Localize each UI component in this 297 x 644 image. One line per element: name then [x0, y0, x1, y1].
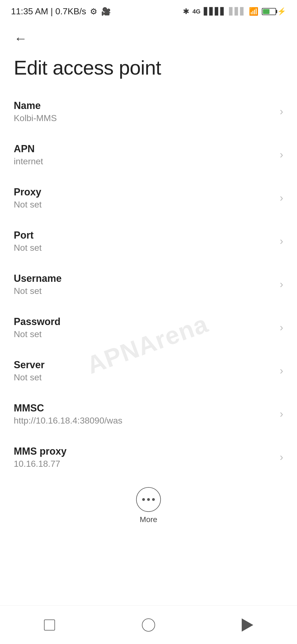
back-arrow-icon: ←	[14, 32, 27, 45]
status-bar: 11:35 AM | 0.7KB/s ⚙ 🎥 ✱ 4G ▋▋▋▋ ▋▋▋ 📶 ⚡	[0, 0, 297, 21]
settings-item-apn-value: internet	[14, 156, 274, 167]
settings-item-name-title: Name	[14, 100, 274, 111]
main-content: Edit access point Name Kolbi-MMS › APN i…	[0, 51, 297, 579]
settings-item-mms-proxy-value: 10.16.18.77	[14, 459, 274, 469]
status-left: 11:35 AM | 0.7KB/s ⚙ 🎥	[11, 6, 111, 17]
page-title: Edit access point	[0, 51, 297, 90]
back-nav-button[interactable]	[237, 614, 258, 636]
settings-item-proxy-title: Proxy	[14, 186, 274, 198]
settings-item-port-title: Port	[14, 230, 274, 241]
settings-item-username[interactable]: Username Not set ›	[0, 263, 297, 306]
settings-item-proxy[interactable]: Proxy Not set ›	[0, 176, 297, 220]
more-section: More	[0, 479, 297, 530]
chevron-right-icon-mms-proxy: ›	[280, 451, 283, 463]
settings-item-apn-content: APN internet	[14, 143, 274, 167]
settings-item-password[interactable]: Password Not set ›	[0, 306, 297, 349]
settings-item-server-content: Server Not set	[14, 359, 274, 383]
more-button[interactable]	[136, 487, 161, 512]
time-display: 11:35 AM | 0.7KB/s	[11, 6, 86, 17]
settings-item-mmsc-value: http://10.16.18.4:38090/was	[14, 416, 274, 426]
settings-item-mmsc-content: MMSC http://10.16.18.4:38090/was	[14, 402, 274, 426]
settings-item-password-value: Not set	[14, 329, 274, 339]
wifi-icon: 📶	[249, 7, 258, 16]
gear-icon: ⚙	[90, 7, 97, 16]
settings-item-proxy-value: Not set	[14, 200, 274, 210]
chevron-right-icon-server: ›	[280, 365, 283, 377]
signal-4g-icon: 4G	[193, 8, 200, 15]
home-button[interactable]	[138, 614, 160, 636]
home-icon	[142, 618, 155, 632]
settings-item-name-content: Name Kolbi-MMS	[14, 100, 274, 123]
settings-item-name-value: Kolbi-MMS	[14, 113, 274, 123]
settings-item-password-title: Password	[14, 316, 274, 328]
chevron-right-icon-port: ›	[280, 235, 283, 247]
more-label: More	[140, 515, 157, 524]
back-button[interactable]: ←	[11, 29, 30, 48]
chevron-right-icon-proxy: ›	[280, 192, 283, 204]
settings-item-username-content: Username Not set	[14, 273, 274, 296]
signal-bars2-icon: ▋▋▋	[229, 7, 246, 16]
settings-item-name[interactable]: Name Kolbi-MMS ›	[0, 90, 297, 133]
settings-item-port-value: Not set	[14, 243, 274, 253]
recents-icon	[44, 620, 55, 631]
settings-item-apn[interactable]: APN internet ›	[0, 133, 297, 176]
more-dots-icon	[142, 498, 155, 501]
settings-item-server-value: Not set	[14, 372, 274, 383]
settings-item-port-content: Port Not set	[14, 230, 274, 253]
signal-bars-icon: ▋▋▋▋	[204, 7, 226, 16]
settings-item-username-value: Not set	[14, 286, 274, 296]
camera-icon: 🎥	[101, 7, 111, 16]
chevron-right-icon-username: ›	[280, 279, 283, 290]
charge-icon: ⚡	[277, 7, 286, 16]
settings-item-mms-proxy-title: MMS proxy	[14, 446, 274, 457]
status-right: ✱ 4G ▋▋▋▋ ▋▋▋ 📶 ⚡	[183, 7, 286, 16]
settings-item-mmsc[interactable]: MMSC http://10.16.18.4:38090/was ›	[0, 392, 297, 436]
settings-item-mms-proxy-content: MMS proxy 10.16.18.77	[14, 446, 274, 469]
settings-item-username-title: Username	[14, 273, 274, 284]
back-nav-icon	[242, 618, 253, 632]
chevron-right-icon-password: ›	[280, 322, 283, 334]
recents-button[interactable]	[38, 614, 61, 636]
settings-item-proxy-content: Proxy Not set	[14, 186, 274, 210]
navigation-bar	[0, 605, 297, 644]
chevron-right-icon-name: ›	[280, 106, 283, 118]
settings-item-server-title: Server	[14, 359, 274, 371]
settings-item-port[interactable]: Port Not set ›	[0, 220, 297, 263]
settings-item-server[interactable]: Server Not set ›	[0, 349, 297, 392]
bluetooth-icon: ✱	[183, 7, 189, 16]
chevron-right-icon-apn: ›	[280, 149, 283, 161]
toolbar: ←	[0, 21, 297, 51]
settings-item-password-content: Password Not set	[14, 316, 274, 339]
settings-item-mms-proxy[interactable]: MMS proxy 10.16.18.77 ›	[0, 436, 297, 479]
settings-list: Name Kolbi-MMS › APN internet › Proxy No…	[0, 90, 297, 479]
battery-container: ⚡	[262, 7, 286, 16]
chevron-right-icon-mmsc: ›	[280, 408, 283, 420]
settings-item-apn-title: APN	[14, 143, 274, 155]
battery-icon	[262, 8, 276, 15]
settings-item-mmsc-title: MMSC	[14, 402, 274, 414]
